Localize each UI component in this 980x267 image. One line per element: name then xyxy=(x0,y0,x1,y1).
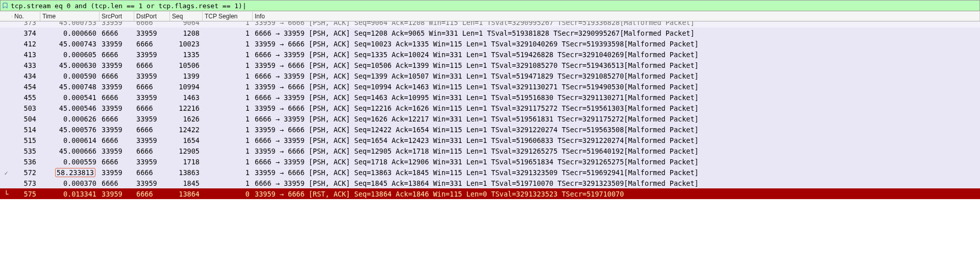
packet-list[interactable]: 373 45.000753 33959 6666 9064 1 33959 → … xyxy=(0,21,980,199)
cell-srcport: 33959 xyxy=(100,83,134,91)
packet-row[interactable]: 45445.00074833959666610994133959 → 6666 … xyxy=(0,81,980,92)
packet-list-header: No. Time SrcPort DstPort Seq TCP Seglen … xyxy=(0,11,980,21)
cell-seglen: 1 xyxy=(203,179,253,187)
col-no[interactable]: No. xyxy=(12,12,40,21)
cell-info: 33959 → 6666 [PSH, ACK] Seq=12422 Ack=16… xyxy=(253,126,980,134)
packet-row[interactable]: 41245.00074333959666610023133959 → 6666 … xyxy=(0,38,980,49)
cell-no: 412 xyxy=(12,40,40,48)
packet-row[interactable]: ✓57258.23381333959666613863133959 → 6666… xyxy=(0,167,980,178)
cell-seglen: 1 xyxy=(203,104,253,112)
packet-row[interactable]: 5040.000626666633959162616666 → 33959 [P… xyxy=(0,113,980,124)
cell-srcport: 6666 xyxy=(100,29,134,37)
cell-seq: 1463 xyxy=(170,93,203,102)
cell-time: 0.000605 xyxy=(40,51,100,59)
cell-time: 0.000590 xyxy=(40,72,100,80)
cell-info: 33959 → 6666 [PSH, ACK] Seq=10023 Ack=13… xyxy=(253,40,980,48)
col-info[interactable]: Info xyxy=(253,12,980,21)
cell-no: 433 xyxy=(12,61,40,69)
cell-seglen: 1 xyxy=(203,29,253,37)
cell-time: 45.000748 xyxy=(40,83,100,91)
packet-row[interactable]: 51445.00057633959666612422133959 → 6666 … xyxy=(0,124,980,135)
cell-seglen: 1 xyxy=(203,83,253,91)
cell-no: 504 xyxy=(12,115,40,123)
packet-row[interactable]: 4550.000541666633959146316666 → 33959 [P… xyxy=(0,92,980,103)
cell-srcport: 33959 xyxy=(100,126,134,134)
packet-row[interactable]: 5150.000614666633959165416666 → 33959 [P… xyxy=(0,135,980,145)
packet-row[interactable]: 50345.00054633959666612216133959 → 6666 … xyxy=(0,103,980,113)
packet-row[interactable]: 4130.000605666633959133516666 → 33959 [P… xyxy=(0,49,980,60)
cell-seq: 1845 xyxy=(170,179,203,187)
col-dstport[interactable]: DstPort xyxy=(134,12,170,21)
cell-seq: 12422 xyxy=(170,126,203,134)
cell-time: 58.233813 xyxy=(40,168,100,177)
cell-dstport: 6666 xyxy=(134,61,170,69)
cell-dstport: 33959 xyxy=(134,179,170,187)
packet-row[interactable]: 53545.00066633959666612905133959 → 6666 … xyxy=(0,145,980,156)
packet-row[interactable]: 5360.000559666633959171816666 → 33959 [P… xyxy=(0,156,980,167)
cell-seq: 12905 xyxy=(170,147,203,155)
cell-time: 0.013341 xyxy=(40,190,100,198)
cell-seglen: 1 xyxy=(203,51,253,59)
packet-row[interactable]: 3740.000660666633959120816666 → 33959 [P… xyxy=(0,28,980,38)
cell-seq: 1654 xyxy=(170,136,203,144)
col-seglen[interactable]: TCP Seglen xyxy=(203,12,253,21)
packet-row[interactable]: └5750.01334133959666613864033959 → 6666 … xyxy=(0,188,980,199)
col-srcport[interactable]: SrcPort xyxy=(100,12,134,21)
col-seq[interactable]: Seq xyxy=(170,12,203,21)
packet-row[interactable]: 4340.000590666633959139916666 → 33959 [P… xyxy=(0,70,980,81)
cell-no: 413 xyxy=(12,51,40,59)
col-gutter[interactable] xyxy=(0,15,12,17)
cell-info: 6666 → 33959 [PSH, ACK] Seq=1626 Ack=122… xyxy=(253,115,980,123)
cell-info: 6666 → 33959 [PSH, ACK] Seq=1654 Ack=124… xyxy=(253,136,980,144)
cell-no: 434 xyxy=(12,72,40,80)
cell-dstport: 33959 xyxy=(134,136,170,144)
packet-row-partial: 373 45.000753 33959 6666 9064 1 33959 → … xyxy=(0,21,980,28)
col-time[interactable]: Time xyxy=(40,12,100,21)
cell-time: 0.000541 xyxy=(40,93,100,102)
cell-no: 515 xyxy=(12,136,40,144)
cell-seq: 13863 xyxy=(170,168,203,177)
cell-dstport: 6666 xyxy=(134,40,170,48)
packet-row[interactable]: 5730.000370666633959184516666 → 33959 [P… xyxy=(0,178,980,188)
cell-time: 45.000743 xyxy=(40,40,100,48)
cell-info: 6666 → 33959 [PSH, ACK] Seq=1463 Ack=109… xyxy=(253,93,980,102)
cell-dstport: 33959 xyxy=(134,29,170,37)
cell-dstport: 6666 xyxy=(134,147,170,155)
cell-time: 0.000614 xyxy=(40,136,100,144)
cell-srcport: 6666 xyxy=(100,136,134,144)
bookmark-icon xyxy=(2,2,9,9)
cell-time: 0.000660 xyxy=(40,29,100,37)
cell-dstport: 33959 xyxy=(134,93,170,102)
cell-seq: 1626 xyxy=(170,115,203,123)
cell-info: 6666 → 33959 [PSH, ACK] Seq=1208 Ack=906… xyxy=(253,29,980,37)
cell-seglen: 1 xyxy=(203,147,253,155)
row-gutter: ✓ xyxy=(0,168,12,177)
cell-seq: 10994 xyxy=(170,83,203,91)
cell-srcport: 33959 xyxy=(100,104,134,112)
cell-seq: 1718 xyxy=(170,158,203,166)
cell-srcport: 33959 xyxy=(100,168,134,177)
cell-time: 0.000559 xyxy=(40,158,100,166)
cell-no: 455 xyxy=(12,93,40,102)
cell-dstport: 6666 xyxy=(134,126,170,134)
cell-seq: 13864 xyxy=(170,190,203,198)
cell-info: 33959 → 6666 [PSH, ACK] Seq=13863 Ack=18… xyxy=(253,168,980,177)
cell-no: 454 xyxy=(12,83,40,91)
cell-seq: 10506 xyxy=(170,61,203,69)
cell-srcport: 6666 xyxy=(100,51,134,59)
cell-time: 0.000370 xyxy=(40,179,100,187)
cell-seglen: 1 xyxy=(203,158,253,166)
cell-srcport: 6666 xyxy=(100,179,134,187)
display-filter-bar[interactable] xyxy=(0,0,980,11)
cell-no: 503 xyxy=(12,104,40,112)
cell-seglen: 1 xyxy=(203,72,253,80)
cell-seq: 12216 xyxy=(170,104,203,112)
cell-dstport: 6666 xyxy=(134,104,170,112)
cell-dstport: 6666 xyxy=(134,83,170,91)
packet-row[interactable]: 43345.00063033959666610506133959 → 6666 … xyxy=(0,60,980,70)
cell-info: 33959 → 6666 [PSH, ACK] Seq=12216 Ack=16… xyxy=(253,104,980,112)
cell-time: 45.000546 xyxy=(40,104,100,112)
cell-time: 45.000666 xyxy=(40,147,100,155)
cell-no: 514 xyxy=(12,126,40,134)
display-filter-input[interactable] xyxy=(11,2,978,10)
